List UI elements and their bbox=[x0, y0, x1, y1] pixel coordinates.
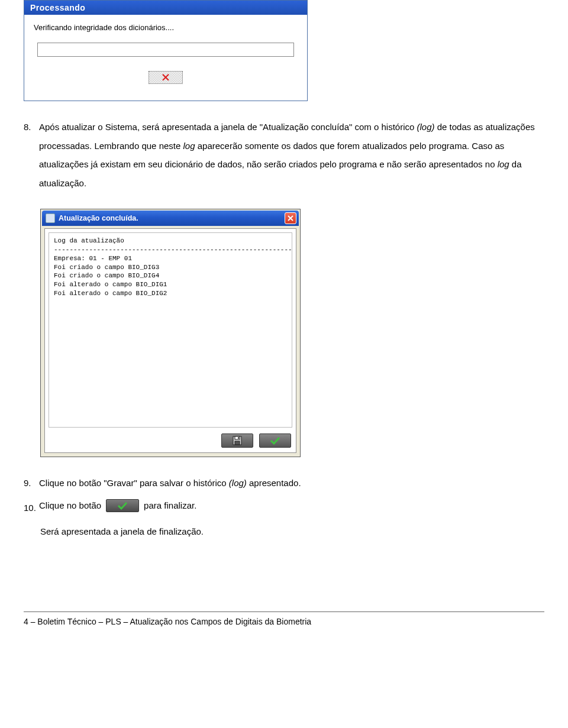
save-button[interactable] bbox=[221, 433, 253, 448]
step-number: 9. bbox=[24, 474, 39, 493]
footer-divider bbox=[24, 611, 544, 612]
step-number: 8. bbox=[24, 118, 39, 137]
svg-rect-6 bbox=[235, 441, 240, 445]
progress-bar bbox=[37, 43, 294, 57]
page-footer: 4 – Boletim Técnico – PLS – Atualização … bbox=[24, 617, 544, 638]
check-icon bbox=[270, 436, 280, 445]
step-8: 8. Após atualizar o Sistema, será aprese… bbox=[24, 118, 544, 192]
app-icon bbox=[46, 213, 55, 223]
step-number: 10. bbox=[24, 499, 39, 517]
dialog-titlebar: Atualização concluída. bbox=[42, 211, 299, 226]
cancel-button[interactable] bbox=[149, 71, 183, 84]
check-icon bbox=[117, 501, 128, 510]
svg-rect-7 bbox=[238, 437, 239, 439]
close-icon bbox=[287, 215, 294, 222]
log-textarea: Log da atualização ---------------------… bbox=[49, 232, 292, 428]
step-9: 9. Clique no botão "Gravar" para salvar … bbox=[24, 474, 544, 493]
step-text: Clique no botão "Gravar" para salvar o h… bbox=[39, 474, 544, 493]
dialog-title: Processando bbox=[24, 1, 307, 15]
close-button[interactable] bbox=[285, 212, 296, 224]
processing-dialog: Processando Verificando integridade dos … bbox=[24, 0, 308, 101]
save-disk-icon bbox=[233, 436, 242, 445]
step-10: 10. Clique no botão para finalizar. bbox=[24, 499, 544, 517]
step-text: Clique no botão para finalizar. bbox=[39, 499, 544, 513]
dialog-title: Atualização concluída. bbox=[59, 214, 138, 222]
closing-text: Será apresentada a janela de finalização… bbox=[40, 523, 544, 541]
status-text: Verificando integridade dos dicionários.… bbox=[34, 23, 298, 32]
update-complete-dialog: Atualização concluída. Log da atualizaçã… bbox=[40, 209, 301, 457]
step-text: Após atualizar o Sistema, será apresenta… bbox=[39, 118, 544, 192]
confirm-button[interactable] bbox=[259, 433, 291, 448]
close-x-icon bbox=[162, 73, 170, 82]
confirm-button-inline[interactable] bbox=[106, 499, 139, 512]
